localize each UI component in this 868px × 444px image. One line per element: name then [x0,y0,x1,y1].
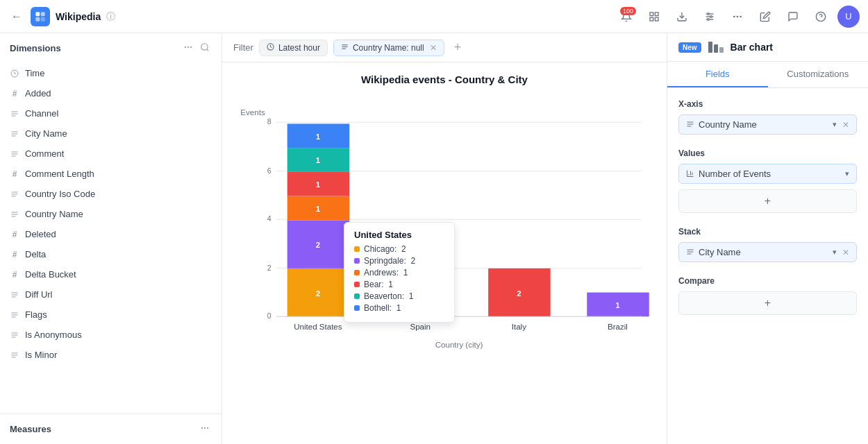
stack-field-arrow[interactable]: ▾ [833,248,837,257]
svg-point-54 [204,427,205,428]
tooltip-row-bear: Bear: 1 [354,280,444,289]
lines-icon [686,248,694,257]
tooltip-text-chicago: Chicago: 2 [364,244,406,254]
right-panel: New Bar chart Fields Customizations X-ax… [667,33,868,444]
svg-text:2: 2 [316,289,320,298]
grid-icon-button[interactable] [643,6,665,28]
svg-text:6: 6 [267,166,272,175]
back-button[interactable]: ← [8,8,25,26]
more-button[interactable] [726,6,749,28]
string-icon [10,190,19,198]
clock-icon [267,43,274,52]
svg-text:2: 2 [517,289,521,298]
svg-point-20 [185,46,185,47]
tooltip-text-springdale: Springdale: 2 [364,256,415,266]
filter-bar: Filter Latest hour Country Name: null ✕ … [222,33,667,62]
filter-chip-time[interactable]: Latest hour [259,40,328,56]
tooltip-title: United States [354,230,444,240]
sidebar-item-country-iso-code[interactable]: Country Iso Code [0,184,222,204]
tab-customizations[interactable]: Customizations [768,62,869,87]
filter-chip-close-icon[interactable]: ✕ [430,43,437,53]
svg-point-15 [734,16,735,17]
values-field-selector[interactable]: Number of Events ▾ [678,164,857,184]
notification-button[interactable]: 100 [615,6,637,28]
compare-label: Compare [678,276,857,286]
string-icon [10,130,19,138]
svg-line-24 [207,49,209,51]
help-button[interactable] [810,6,832,28]
sidebar-item-label: Time [25,68,44,78]
compare-add-btn[interactable]: + [678,291,857,315]
values-label: Values [678,148,857,158]
svg-rect-7 [655,17,658,21]
values-field-arrow[interactable]: ▾ [845,169,849,178]
tooltip-text-beaverton: Beaverton: 1 [364,291,413,301]
sidebar-item-label: Comment [25,148,64,159]
svg-text:Italy: Italy [512,323,526,331]
sidebar-item-diff-url[interactable]: Diff Url [0,284,222,305]
sidebar-item-label: Is Anonymous [25,330,82,340]
download-button[interactable] [671,6,693,28]
filter-add-btn[interactable]: + [450,39,466,56]
svg-text:Events: Events [240,108,265,117]
chart-area: Wikipedia events - Country & City Events… [222,62,667,444]
edit-button[interactable] [754,6,776,28]
sidebar-item-comment[interactable]: Comment [0,144,222,164]
dimensions-list: Time # Added Channel City Name [0,63,222,413]
hash-icon: # [10,250,19,259]
sidebar-item-label: City Name [25,128,67,139]
svg-text:4: 4 [267,214,272,223]
sidebar-item-delta[interactable]: # Delta [0,244,222,264]
tooltip-row-andrews: Andrews: 1 [354,268,444,278]
sliders-button[interactable] [699,6,721,28]
chart-tooltip: United States Chicago: 2 Springdale: 2 A… [344,222,455,323]
tooltip-dot-beaverton [354,293,360,299]
stack-field-close[interactable]: ✕ [842,248,849,257]
stack-field-selector[interactable]: City Name ▾ ✕ [678,242,857,262]
chat-button[interactable] [782,6,804,28]
svg-text:Brazil: Brazil [608,323,628,331]
sidebar-item-label: Country Iso Code [25,189,95,199]
svg-text:1: 1 [316,133,321,141]
svg-text:1: 1 [316,205,321,213]
user-avatar[interactable]: U [837,6,860,28]
sidebar-item-flags[interactable]: Flags [0,305,222,325]
sidebar-more-btn[interactable] [181,40,195,56]
svg-point-21 [187,46,188,47]
sidebar-item-label: Country Name [25,209,83,219]
sidebar-item-deleted[interactable]: # Deleted [0,224,222,244]
measures-title: Measures [10,424,51,434]
sidebar-item-city-name[interactable]: City Name [0,123,222,144]
sidebar-item-is-minor[interactable]: Is Minor [0,345,222,365]
sidebar-item-delta-bucket[interactable]: # Delta Bucket [0,264,222,284]
svg-point-55 [208,427,208,428]
xaxis-section: X-axis Country Name ▾ ✕ [678,99,857,135]
filter-chip-country[interactable]: Country Name: null ✕ [333,40,444,56]
filter-label: Filter [233,42,253,53]
xaxis-field-arrow[interactable]: ▾ [833,120,837,129]
measures-more-btn[interactable] [198,421,212,437]
sidebar-search-btn[interactable] [198,40,212,56]
svg-rect-4 [650,12,653,16]
svg-rect-1 [41,12,45,16]
svg-point-23 [201,44,208,50]
sidebar-item-label: Added [25,88,51,99]
hash-icon: # [10,270,19,280]
sidebar-item-channel[interactable]: Channel [0,103,222,123]
svg-text:0: 0 [267,311,272,320]
metric-icon [686,169,694,179]
tab-fields[interactable]: Fields [667,62,768,87]
values-add-btn[interactable]: + [678,189,857,213]
info-icon[interactable]: ⓘ [106,10,115,23]
xaxis-field-selector[interactable]: Country Name ▾ ✕ [678,114,857,135]
string-icon [10,311,19,319]
sidebar-item-added[interactable]: # Added [0,83,222,103]
sidebar-item-time[interactable]: Time [0,63,222,83]
app-title: Wikipedia [56,11,101,22]
new-badge: New [678,42,701,53]
sidebar-item-comment-length[interactable]: # Comment Length [0,164,222,184]
svg-text:8: 8 [267,117,272,126]
xaxis-field-close[interactable]: ✕ [842,120,849,130]
sidebar-item-country-name[interactable]: Country Name [0,204,222,224]
sidebar-item-is-anonymous[interactable]: Is Anonymous [0,325,222,345]
